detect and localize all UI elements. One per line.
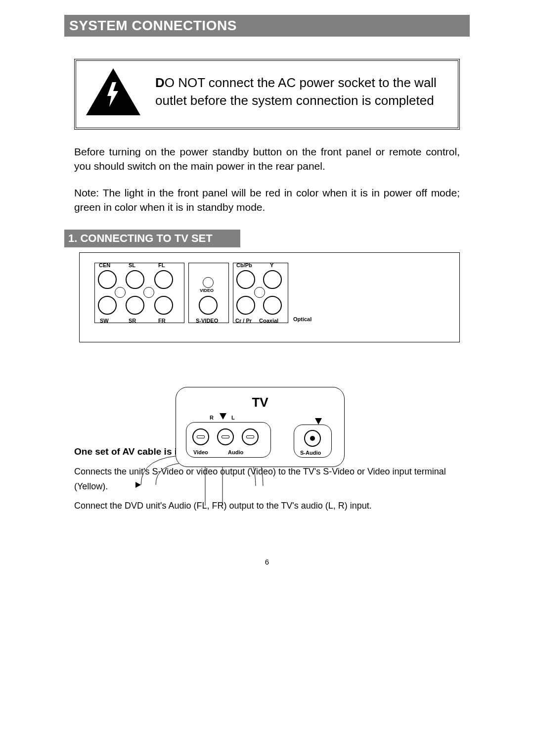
label-fl: FL <box>158 262 165 268</box>
page-number: 6 <box>64 558 470 566</box>
tv-label-video: Video <box>193 449 208 455</box>
warning-triangle-icon <box>86 68 140 115</box>
tv-saudio-group: S-Audio <box>294 425 332 458</box>
label-coax: Coaxial <box>259 318 278 324</box>
jack-fl <box>154 270 173 289</box>
speaker-jack-group: CEN SL FL SW SR FR <box>94 263 184 323</box>
jack-comp-mid <box>254 287 265 298</box>
tv-av-group: Video Audio <box>186 422 271 458</box>
label-cbpb: Cb/Pb <box>236 262 252 268</box>
intro-paragraph-1: Before turning on the power standby butt… <box>74 144 460 174</box>
jack-cen <box>98 270 117 289</box>
jack-video <box>203 277 214 288</box>
sub-heading: 1. CONNECTING TO TV SET <box>64 230 240 247</box>
jack-y <box>263 270 282 289</box>
tv-label-r: R <box>210 415 214 421</box>
lightning-bolt-icon <box>106 82 120 107</box>
sub-heading-wrap: 1. CONNECTING TO TV SET <box>64 230 470 247</box>
label-cen: CEN <box>99 262 110 268</box>
tv-jack-audio-r <box>217 428 234 445</box>
label-fr: FR <box>158 318 166 324</box>
arrow-down-saudio-icon <box>315 418 322 425</box>
svg-marker-0 <box>107 82 118 107</box>
cable-run: TV R L Video Audio S-Audio <box>79 387 460 431</box>
warning-body: O NOT connect the AC power socket to the… <box>155 75 437 107</box>
connection-diagram: CEN SL FL SW SR FR VIDEO S-VIDEO <box>74 252 460 431</box>
arrow-down-tv-icon <box>220 413 226 420</box>
jack-crpr <box>236 296 255 315</box>
tv-label-l: L <box>231 415 235 421</box>
label-y: Y <box>270 262 273 268</box>
jack-sw <box>98 296 117 315</box>
label-sr: SR <box>129 318 136 324</box>
label-optical: Optical <box>293 316 312 322</box>
jack-extra2 <box>143 287 154 298</box>
jack-sr <box>126 296 144 315</box>
label-svideo: S-VIDEO <box>196 318 218 324</box>
tv-title: TV <box>252 395 268 410</box>
tv-box: TV R L Video Audio S-Audio <box>176 387 345 467</box>
page-title-bar: SYSTEM CONNECTIONS <box>64 15 470 37</box>
label-crpr: Cr / Pr <box>235 318 252 324</box>
jack-cbpb <box>236 270 255 289</box>
jack-extra1 <box>115 287 126 298</box>
jack-fr <box>154 296 173 315</box>
jack-coax <box>263 296 282 315</box>
label-sw: SW <box>100 318 109 324</box>
tv-jack-saudio <box>304 430 321 447</box>
video-jack-group: VIDEO S-VIDEO <box>188 263 229 323</box>
tv-jack-video <box>192 428 209 445</box>
warning-lead-letter: D <box>155 75 165 90</box>
intro-paragraph-2: Note: The light in the front panel will … <box>74 186 460 215</box>
tv-label-saudio: S-Audio <box>300 450 321 456</box>
label-sl: SL <box>129 262 135 268</box>
jack-svideo <box>199 296 218 315</box>
rear-panel: CEN SL FL SW SR FR VIDEO S-VIDEO <box>79 252 460 342</box>
warning-text: DO NOT connect the AC power socket to th… <box>155 74 448 109</box>
page: SYSTEM CONNECTIONS DO NOT connect the AC… <box>0 0 534 586</box>
component-jack-group: Cb/Pb Y Cr / Pr Coaxial <box>233 263 288 323</box>
jack-sl <box>126 270 144 289</box>
tv-label-audio: Audio <box>228 449 243 455</box>
arrow-to-video-icon <box>135 482 141 488</box>
tv-jack-audio-l <box>242 428 259 445</box>
label-video: VIDEO <box>200 288 214 293</box>
warning-box: DO NOT connect the AC power socket to th… <box>74 59 460 130</box>
